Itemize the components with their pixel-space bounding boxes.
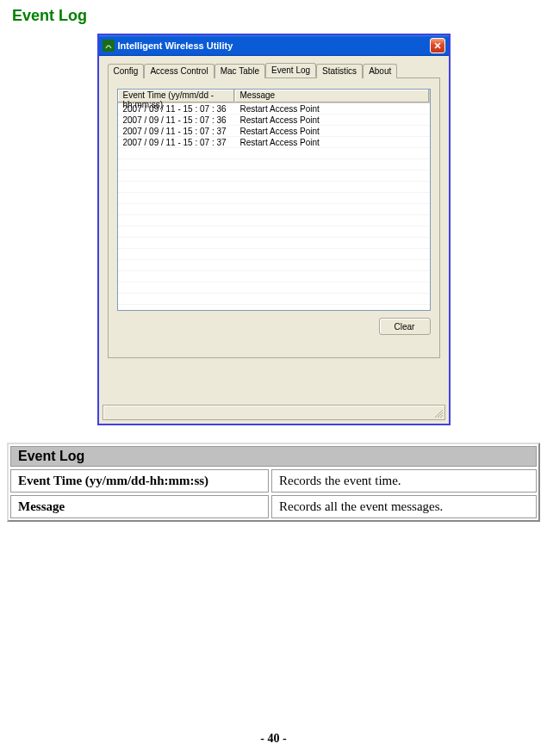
info-row: Event Time (yy/mm/dd-hh:mm:ss) Records t… bbox=[10, 469, 537, 493]
close-button[interactable] bbox=[430, 38, 445, 53]
cell-time: 2007 / 09 / 11 - 15 : 07 : 37 bbox=[118, 138, 235, 147]
table-row[interactable]: 2007 / 09 / 11 - 15 : 07 : 37 Restart Ac… bbox=[118, 126, 430, 137]
cell-msg: Restart Access Point bbox=[235, 138, 430, 147]
tab-mac-table[interactable]: Mac Table bbox=[214, 64, 265, 78]
tab-config[interactable]: Config bbox=[108, 64, 145, 78]
info-desc: Records all the event messages. bbox=[271, 495, 537, 518]
event-list[interactable]: Event Time (yy/mm/dd - hh:mm:ss) Message… bbox=[117, 89, 431, 311]
tab-access-control[interactable]: Access Control bbox=[144, 64, 214, 78]
window-body: Config Access Control Mac Table Event Lo… bbox=[99, 56, 449, 365]
cell-msg: Restart Access Point bbox=[235, 115, 430, 125]
info-label: Message bbox=[10, 495, 269, 518]
close-icon bbox=[434, 42, 441, 49]
info-row: Message Records all the event messages. bbox=[10, 495, 537, 518]
page-number: - 40 - bbox=[0, 732, 547, 746]
clear-row: Clear bbox=[117, 318, 431, 335]
cell-time: 2007 / 09 / 11 - 15 : 07 : 37 bbox=[118, 127, 235, 136]
info-desc: Records the event time. bbox=[271, 469, 537, 493]
page-title: Event Log bbox=[0, 0, 547, 34]
tab-about[interactable]: About bbox=[363, 64, 397, 78]
info-label: Event Time (yy/mm/dd-hh:mm:ss) bbox=[10, 469, 269, 493]
cell-msg: Restart Access Point bbox=[235, 127, 430, 136]
list-header: Event Time (yy/mm/dd - hh:mm:ss) Message bbox=[118, 90, 430, 103]
app-window: Intelligent Wireless Utility Config Acce… bbox=[97, 34, 451, 425]
cell-time: 2007 / 09 / 11 - 15 : 07 : 36 bbox=[118, 115, 235, 125]
column-message[interactable]: Message bbox=[235, 90, 430, 102]
tab-statistics[interactable]: Statistics bbox=[316, 64, 363, 78]
cell-time: 2007 / 09 / 11 - 15 : 07 : 36 bbox=[118, 104, 235, 114]
statusbar bbox=[103, 405, 445, 420]
tab-event-log[interactable]: Event Log bbox=[265, 63, 316, 77]
table-row[interactable]: 2007 / 09 / 11 - 15 : 07 : 36 Restart Ac… bbox=[118, 103, 430, 115]
screenshot-container: Intelligent Wireless Utility Config Acce… bbox=[0, 34, 547, 425]
app-icon bbox=[103, 40, 115, 52]
tab-strip: Config Access Control Mac Table Event Lo… bbox=[108, 63, 440, 78]
info-rows: Event Time (yy/mm/dd-hh:mm:ss) Records t… bbox=[10, 469, 537, 518]
info-table: Event Log Event Time (yy/mm/dd-hh:mm:ss)… bbox=[7, 443, 540, 522]
tab-content: Event Time (yy/mm/dd - hh:mm:ss) Message… bbox=[108, 78, 440, 358]
table-row[interactable]: 2007 / 09 / 11 - 15 : 07 : 37 Restart Ac… bbox=[118, 137, 430, 148]
clear-button[interactable]: Clear bbox=[379, 318, 431, 335]
list-body: 2007 / 09 / 11 - 15 : 07 : 36 Restart Ac… bbox=[118, 103, 430, 310]
column-event-time[interactable]: Event Time (yy/mm/dd - hh:mm:ss) bbox=[118, 90, 235, 102]
table-row[interactable]: 2007 / 09 / 11 - 15 : 07 : 36 Restart Ac… bbox=[118, 115, 430, 126]
info-table-header: Event Log bbox=[10, 446, 537, 467]
cell-msg: Restart Access Point bbox=[235, 104, 430, 114]
titlebar: Intelligent Wireless Utility bbox=[99, 35, 449, 56]
titlebar-text: Intelligent Wireless Utility bbox=[118, 40, 430, 51]
